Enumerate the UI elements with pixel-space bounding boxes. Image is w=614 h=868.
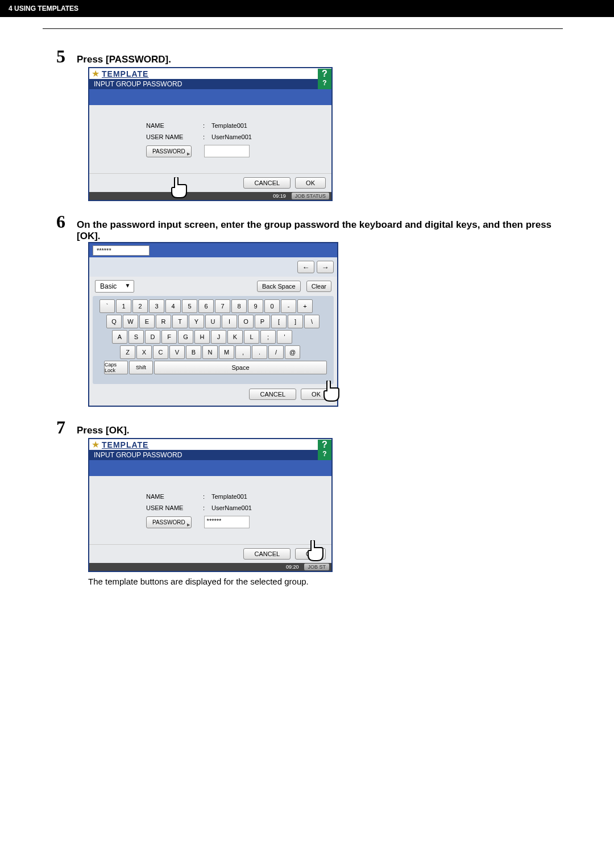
key-@[interactable]: @	[285, 345, 300, 359]
key-6[interactable]: 6	[198, 299, 214, 313]
clear-button[interactable]: Clear	[306, 281, 331, 292]
help-icon[interactable]: ?	[318, 440, 331, 450]
password-field[interactable]: ******	[204, 516, 250, 528]
titlebar: ★ TEMPLATE ?	[89, 439, 331, 450]
password-row: PASSWORD ▶ ******	[146, 516, 320, 528]
screen-password-prompt: ★ TEMPLATE ? INPUT GROUP PASSWORD ? NAME…	[88, 67, 333, 201]
key-B[interactable]: B	[186, 345, 201, 359]
step-5-head: 5 Press [PASSWORD].	[43, 46, 563, 67]
cancel-button[interactable]: CANCEL	[243, 548, 291, 560]
kb-cancel-button[interactable]: CANCEL	[249, 389, 296, 400]
help-icon-2[interactable]: ?	[318, 79, 331, 89]
key-Q[interactable]: Q	[106, 315, 122, 328]
step-6-body: ****** ← → Basic Back Space Clear `12345…	[88, 242, 563, 407]
key-E[interactable]: E	[139, 315, 155, 328]
blue-band	[89, 460, 331, 476]
key-G[interactable]: G	[178, 330, 193, 344]
key-2[interactable]: 2	[132, 299, 148, 313]
key-C[interactable]: C	[153, 345, 168, 359]
job-status-button[interactable]: JOB STATUS	[292, 193, 329, 199]
password-field[interactable]	[204, 145, 250, 157]
cancel-button[interactable]: CANCEL	[243, 177, 291, 189]
key--[interactable]: -	[281, 299, 296, 313]
right-arrow-button[interactable]: →	[317, 261, 334, 273]
key-1[interactable]: 1	[116, 299, 131, 313]
key-5[interactable]: 5	[182, 299, 197, 313]
key-'[interactable]: '	[277, 330, 292, 344]
key-D[interactable]: D	[145, 330, 160, 344]
password-button-label: PASSWORD	[152, 519, 185, 525]
backspace-button[interactable]: Back Space	[257, 281, 301, 292]
subtitle-text: INPUT GROUP PASSWORD	[94, 80, 318, 88]
help-icon-2[interactable]: ?	[318, 450, 331, 460]
key-X[interactable]: X	[136, 345, 152, 359]
step-7-caption: The template buttons are displayed for t…	[88, 577, 563, 586]
key-V[interactable]: V	[169, 345, 185, 359]
key-Y[interactable]: Y	[189, 315, 204, 328]
key-Z[interactable]: Z	[120, 345, 135, 359]
key-9[interactable]: 9	[248, 299, 263, 313]
kb-topbar: ******	[89, 243, 337, 257]
name-label: NAME	[146, 493, 203, 500]
key-O[interactable]: O	[238, 315, 254, 328]
key-N[interactable]: N	[202, 345, 218, 359]
key-A[interactable]: A	[112, 330, 127, 344]
user-label: USER NAME	[146, 133, 203, 140]
step-7: 7 Press [OK]. ★ TEMPLATE ? INPUT GROUP P…	[43, 417, 563, 586]
key-;[interactable]: ;	[260, 330, 276, 344]
key-,[interactable]: ,	[235, 345, 251, 359]
key-I[interactable]: I	[222, 315, 237, 328]
key-L[interactable]: L	[244, 330, 259, 344]
shift-key[interactable]: Shift	[129, 361, 153, 374]
left-arrow-button[interactable]: ←	[297, 261, 314, 273]
key-[[interactable]: [	[271, 315, 287, 328]
key-][interactable]: ]	[288, 315, 303, 328]
key-3[interactable]: 3	[149, 299, 164, 313]
key-.[interactable]: .	[252, 345, 267, 359]
name-label: NAME	[146, 122, 203, 129]
ok-button[interactable]: OK	[295, 177, 326, 189]
name-value: Template001	[211, 493, 247, 500]
content-area: 5 Press [PASSWORD]. ★ TEMPLATE ? INPUT G…	[0, 17, 614, 868]
key-M[interactable]: M	[219, 345, 234, 359]
key-8[interactable]: 8	[231, 299, 247, 313]
screen-body: NAME : Template001 USER NAME : UserName0…	[89, 105, 331, 173]
subtitle-bar: INPUT GROUP PASSWORD ?	[89, 79, 331, 89]
subtitle-bar: INPUT GROUP PASSWORD ?	[89, 450, 331, 460]
key-F[interactable]: F	[161, 330, 177, 344]
key-+[interactable]: +	[297, 299, 313, 313]
space-key[interactable]: Space	[154, 361, 327, 374]
star-icon: ★	[89, 439, 102, 450]
step-6-instruction: On the password input screen, enter the …	[77, 219, 563, 242]
key-0[interactable]: 0	[264, 299, 280, 313]
caps-lock-key[interactable]: Caps Lock	[104, 361, 128, 374]
key-H[interactable]: H	[194, 330, 210, 344]
key-P[interactable]: P	[255, 315, 270, 328]
step-7-body: ★ TEMPLATE ? INPUT GROUP PASSWORD ? NAME…	[88, 438, 563, 586]
password-button[interactable]: PASSWORD ▶	[146, 516, 192, 528]
key-K[interactable]: K	[227, 330, 243, 344]
mode-select[interactable]: Basic	[95, 280, 134, 293]
time-label: 09:19	[273, 193, 286, 199]
key-W[interactable]: W	[123, 315, 138, 328]
key-/[interactable]: /	[268, 345, 284, 359]
key-7[interactable]: 7	[215, 299, 230, 313]
colon: :	[203, 122, 211, 129]
key-T[interactable]: T	[172, 315, 188, 328]
rule-top	[43, 28, 563, 29]
status-bar: 09:20 JOB ST	[89, 563, 331, 571]
colon: :	[203, 493, 211, 500]
user-value: UserName001	[211, 504, 252, 511]
key-4[interactable]: 4	[165, 299, 181, 313]
key-R[interactable]: R	[156, 315, 171, 328]
key-\[interactable]: \	[304, 315, 320, 328]
key-U[interactable]: U	[205, 315, 221, 328]
screen-footer: CANCEL OK	[89, 173, 331, 192]
key-`[interactable]: `	[99, 299, 115, 313]
key-S[interactable]: S	[128, 330, 144, 344]
titlebar: ★ TEMPLATE ?	[89, 68, 331, 79]
help-icon[interactable]: ?	[318, 69, 331, 79]
password-row: PASSWORD ▶	[146, 145, 320, 157]
password-button[interactable]: PASSWORD ▶	[146, 145, 192, 157]
key-J[interactable]: J	[211, 330, 226, 344]
